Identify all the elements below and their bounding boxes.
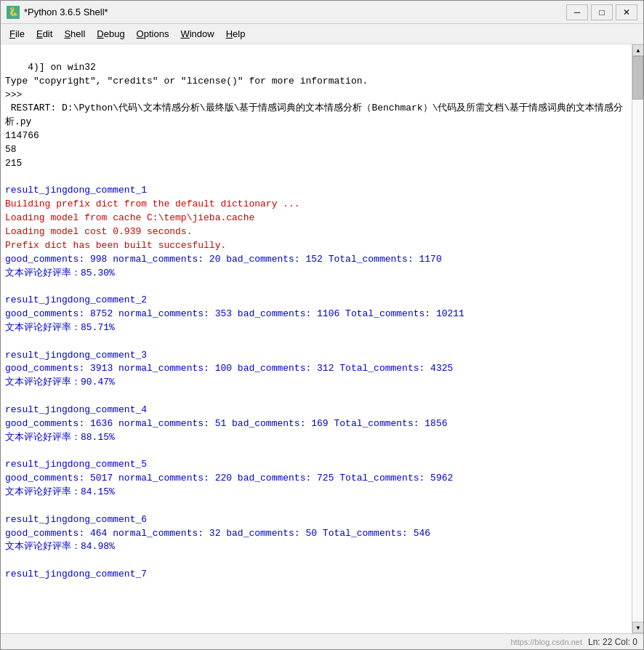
- console-line: 215: [5, 158, 22, 169]
- cursor-position: Ln: 22 Col: 0: [588, 637, 637, 647]
- console-line: result_jingdong_comment_5: [5, 459, 147, 470]
- scroll-up-button[interactable]: ▲: [632, 44, 643, 56]
- console-line: result_jingdong_comment_6: [5, 514, 147, 525]
- window-controls: ─ □ ✕: [566, 4, 637, 20]
- scrollbar-track[interactable]: [632, 56, 643, 622]
- console-line: 文本评论好评率：90.47%: [5, 377, 115, 388]
- scrollbar-thumb[interactable]: [632, 56, 643, 100]
- console-line: good_comments: 1636 normal_comments: 51 …: [5, 418, 448, 429]
- scroll-down-button[interactable]: ▼: [632, 622, 643, 633]
- menu-debug[interactable]: Debug: [91, 26, 130, 41]
- console-line: >>>: [5, 89, 28, 100]
- console-line: good_comments: 998 normal_comments: 20 b…: [5, 254, 442, 265]
- console-line: result_jingdong_comment_4: [5, 404, 147, 415]
- console-line: result_jingdong_comment_2: [5, 294, 147, 305]
- title-bar: 🐍 *Python 3.6.5 Shell* ─ □ ✕: [1, 1, 643, 24]
- menu-window[interactable]: Window: [174, 26, 220, 41]
- console-line: result_jingdong_comment_1: [5, 185, 147, 196]
- console-line: RESTART: D:\Python\代码\文本情感分析\最终版\基于情感词典的…: [5, 103, 623, 127]
- console-line: good_comments: 3913 normal_comments: 100…: [5, 363, 453, 374]
- app-icon: 🐍: [7, 6, 20, 19]
- console-line: 文本评论好评率：84.98%: [5, 541, 115, 552]
- console-line: 文本评论好评率：88.15%: [5, 432, 115, 443]
- console-line: Loading model cost 0.939 seconds.: [5, 226, 192, 237]
- console-line: Prefix dict has been built succesfully.: [5, 240, 226, 251]
- console-line: Type "copyright", "credits" or "license(…: [5, 76, 368, 87]
- menu-bar: File Edit Shell Debug Options Window Hel…: [1, 24, 643, 44]
- console-line: good_comments: 464 normal_comments: 32 b…: [5, 528, 430, 539]
- console-line: result_jingdong_comment_3: [5, 350, 147, 361]
- close-button[interactable]: ✕: [616, 4, 637, 20]
- console-line: good_comments: 8752 normal_comments: 353…: [5, 308, 464, 319]
- console-output[interactable]: 4)] on win32 Type "copyright", "credits"…: [1, 44, 632, 633]
- console-line: 文本评论好评率：84.15%: [5, 486, 115, 497]
- menu-shell[interactable]: Shell: [58, 26, 91, 41]
- console-line: Loading model from cache C:\temp\jieba.c…: [5, 212, 254, 223]
- menu-edit[interactable]: Edit: [31, 26, 58, 41]
- console-area: 4)] on win32 Type "copyright", "credits"…: [1, 44, 643, 633]
- console-line: result_jingdong_comment_7: [5, 569, 147, 579]
- console-line: 文本评论好评率：85.71%: [5, 322, 115, 333]
- console-line: 文本评论好评率：85.30%: [5, 268, 115, 278]
- minimize-button[interactable]: ─: [566, 4, 588, 20]
- menu-file[interactable]: File: [4, 26, 31, 41]
- console-line: 58: [5, 144, 17, 155]
- watermark-text: https://blog.csdn.net: [7, 638, 588, 646]
- main-window: 🐍 *Python 3.6.5 Shell* ─ □ ✕ File Edit S…: [0, 0, 644, 650]
- menu-help[interactable]: Help: [220, 26, 251, 41]
- maximize-button[interactable]: □: [591, 4, 613, 20]
- console-line: 114766: [5, 130, 39, 141]
- window-title: *Python 3.6.5 Shell*: [24, 7, 566, 17]
- status-bar: https://blog.csdn.net Ln: 22 Col: 0: [1, 633, 643, 649]
- console-line: Building prefix dict from the default di…: [5, 198, 300, 209]
- console-line: good_comments: 5017 normal_comments: 220…: [5, 473, 453, 484]
- menu-options[interactable]: Options: [131, 26, 175, 41]
- console-line: 4)] on win32: [28, 62, 96, 73]
- scrollbar[interactable]: ▲ ▼: [632, 44, 643, 633]
